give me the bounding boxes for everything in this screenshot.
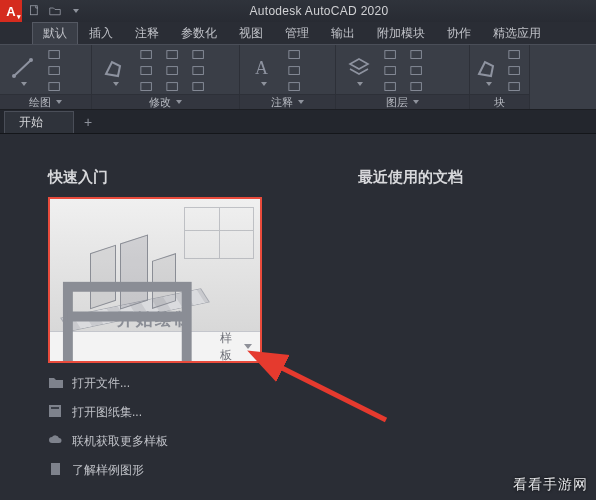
ribbon-small-button[interactable]	[162, 48, 184, 62]
template-label: 样板	[220, 330, 240, 364]
template-icon	[58, 267, 216, 363]
app-logo[interactable]: A ▾	[0, 0, 22, 22]
quick-link-1[interactable]: 打开图纸集...	[48, 404, 268, 421]
menu-tab-6[interactable]: 输出	[320, 22, 366, 44]
ribbon-small-button[interactable]	[44, 80, 66, 94]
ribbon-small-button[interactable]	[44, 48, 66, 62]
menu-tab-0[interactable]: 默认	[32, 22, 78, 44]
ribbon-large-button[interactable]	[342, 56, 376, 86]
ribbon-small-button[interactable]	[136, 64, 158, 78]
menu-tab-9[interactable]: 精选应用	[482, 22, 552, 44]
svg-rect-23	[411, 66, 422, 74]
menu-tab-label: 参数化	[181, 25, 217, 42]
chevron-down-icon	[113, 82, 119, 86]
ribbon-large-button[interactable]	[476, 56, 500, 86]
chevron-down-icon	[176, 100, 182, 104]
quick-start-heading: 快速入门	[48, 168, 268, 187]
ribbon-small-button[interactable]	[136, 80, 158, 94]
ribbon-small-button[interactable]	[188, 64, 210, 78]
ribbon-small-button[interactable]	[406, 64, 428, 78]
svg-rect-18	[289, 82, 300, 90]
ribbon-panel-3: 图层	[336, 45, 470, 109]
ribbon-large-button[interactable]: A	[246, 56, 280, 86]
ribbon-small-button[interactable]	[284, 80, 306, 94]
chevron-down-icon	[486, 82, 492, 86]
ribbon-panel-title-label: 块	[494, 95, 505, 110]
menu-tab-label: 默认	[43, 25, 67, 42]
ribbon-small-button[interactable]	[162, 80, 184, 94]
sheetset-icon	[48, 404, 64, 421]
menu-tab-label: 管理	[285, 25, 309, 42]
start-drawing-tile[interactable]: 开始绘制 样板	[48, 197, 262, 363]
ribbon-small-button[interactable]	[136, 48, 158, 62]
menu-tab-5[interactable]: 管理	[274, 22, 320, 44]
menu-tab-3[interactable]: 参数化	[170, 22, 228, 44]
quick-link-0[interactable]: 打开文件...	[48, 375, 268, 392]
doc-tab-label: 开始	[19, 114, 43, 131]
ribbon-panel-title-label: 绘图	[29, 95, 51, 110]
ribbon-panel-title-label: 注释	[271, 95, 293, 110]
doc-tab-add[interactable]: +	[76, 111, 100, 133]
qat-open-icon[interactable]	[48, 4, 62, 18]
ribbon-small-button[interactable]	[44, 64, 66, 78]
ribbon-small-button[interactable]	[188, 80, 210, 94]
ribbon-small-button[interactable]	[162, 64, 184, 78]
menu-tab-label: 精选应用	[493, 25, 541, 42]
svg-rect-27	[509, 82, 520, 90]
svg-rect-6	[141, 50, 152, 58]
ribbon-small-button[interactable]	[380, 80, 402, 94]
ribbon-large-button[interactable]	[98, 56, 132, 86]
ribbon-small-button[interactable]	[284, 48, 306, 62]
qat-caret-icon[interactable]	[68, 4, 82, 18]
ribbon-panel-title[interactable]: 绘图	[0, 94, 91, 109]
svg-rect-12	[193, 50, 204, 58]
quick-link-3[interactable]: 了解样例图形	[48, 462, 268, 479]
ribbon-large-button[interactable]	[6, 56, 40, 86]
ribbon-small-button[interactable]	[504, 48, 526, 62]
template-dropdown[interactable]: 样板	[50, 331, 260, 361]
ribbon-panel-0: 绘图	[0, 45, 92, 109]
ribbon-small-button[interactable]	[380, 64, 402, 78]
menu-tab-label: 附加模块	[377, 25, 425, 42]
svg-point-2	[29, 58, 33, 62]
quick-link-2[interactable]: 联机获取更多样板	[48, 433, 268, 450]
menu-tab-1[interactable]: 插入	[78, 22, 124, 44]
menu-tab-4[interactable]: 视图	[228, 22, 274, 44]
qat-new-icon[interactable]	[28, 4, 42, 18]
svg-text:A: A	[255, 58, 268, 78]
ribbon-small-button[interactable]	[406, 48, 428, 62]
menu-tab-label: 协作	[447, 25, 471, 42]
chevron-down-icon	[244, 344, 252, 349]
ribbon-panel-title[interactable]: 块	[470, 94, 529, 109]
menu-tab-7[interactable]: 附加模块	[366, 22, 436, 44]
svg-rect-24	[411, 82, 422, 90]
ribbon-panel-2: A注释	[240, 45, 336, 109]
menu-tab-2[interactable]: 注释	[124, 22, 170, 44]
ribbon-small-button[interactable]	[380, 48, 402, 62]
ribbon-small-button[interactable]	[284, 64, 306, 78]
svg-rect-4	[49, 66, 60, 74]
ribbon-small-button[interactable]	[406, 80, 428, 94]
ribbon-small-button[interactable]	[504, 64, 526, 78]
menu-tab-label: 视图	[239, 25, 263, 42]
svg-rect-22	[411, 50, 422, 58]
svg-rect-31	[51, 463, 60, 475]
chevron-down-icon	[21, 82, 27, 86]
ribbon-panel-title[interactable]: 注释	[240, 94, 335, 109]
menu-tab-label: 插入	[89, 25, 113, 42]
svg-rect-5	[49, 82, 60, 90]
folder-open-icon	[48, 375, 64, 392]
doc-tab-start[interactable]: 开始	[4, 111, 74, 133]
svg-rect-14	[193, 82, 204, 90]
ribbon-panel-title[interactable]: 修改	[92, 94, 239, 109]
menu-tab-8[interactable]: 协作	[436, 22, 482, 44]
ribbon-small-button[interactable]	[188, 48, 210, 62]
svg-rect-21	[385, 82, 396, 90]
ribbon-small-button[interactable]	[504, 80, 526, 94]
ribbon-panel-title[interactable]: 图层	[336, 94, 469, 109]
svg-rect-26	[509, 66, 520, 74]
chevron-down-icon	[357, 82, 363, 86]
menu-tab-label: 输出	[331, 25, 355, 42]
svg-rect-19	[385, 50, 396, 58]
svg-rect-16	[289, 50, 300, 58]
